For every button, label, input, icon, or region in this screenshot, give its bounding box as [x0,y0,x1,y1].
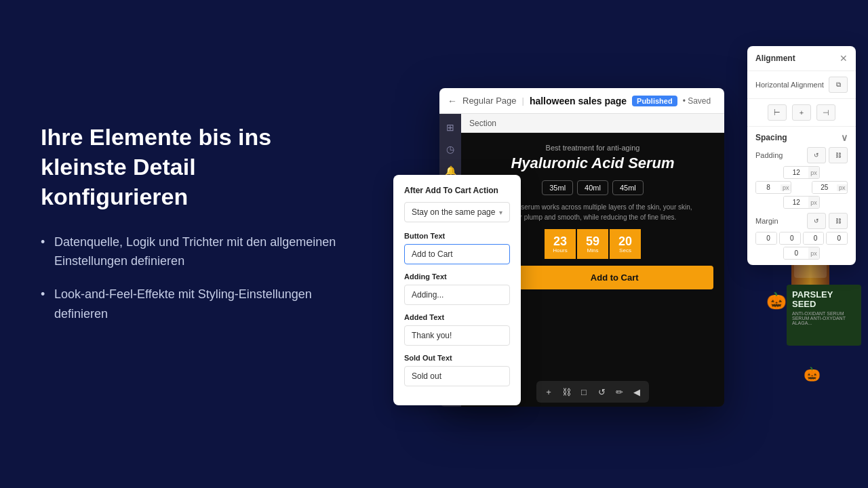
alignment-panel: Alignment ✕ Horizontal Alignment ⧉ ⊢ + ⊣… [747,46,856,265]
countdown-hours: 23 Hours [545,229,576,259]
margin-right-input-wrap: px [779,232,801,245]
sidebar-icon-clock[interactable]: ◷ [443,142,457,156]
parsley-card-content: PARSLEYSEED ANTI-OXIDANT SERUMSERUM ANTI… [787,285,861,331]
bullet-item-1: Datenquelle, Logik und Trichter mit den … [41,232,339,272]
margin-link-icon[interactable]: ⛓ [829,213,848,229]
padding-label: Padding [755,151,783,159]
main-heading: Ihre Elemente bis ins kleinste Detail ko… [41,122,339,212]
pumpkin-icon: 🎃 [766,291,787,310]
button-text-input[interactable] [404,244,510,264]
spacing-expand-icon[interactable]: ∨ [841,132,848,143]
parsley-title: PARSLEYSEED [792,290,856,310]
margin-left-input-wrap: px [826,232,848,245]
horizontal-copy-icon[interactable]: ⧉ [829,77,848,93]
padding-right-input-wrap: px [812,181,848,194]
countdown-secs: 20 Secs [610,229,641,259]
margin-bottom-input[interactable] [804,232,825,244]
published-badge: Published [632,96,677,106]
margin-reset-icon[interactable]: ↺ [807,213,826,229]
toolbar-back-btn[interactable]: ◀ [629,384,645,400]
size-45ml[interactable]: 45ml [612,180,644,195]
pumpkin-icon-2: 🎃 [804,366,821,382]
after-action-dropdown[interactable]: Stay on the same page ▾ [404,202,510,222]
margin-label: Margin [755,217,778,225]
back-arrow-icon[interactable]: ← [448,96,457,106]
align-right-button[interactable]: ⊣ [816,104,835,121]
added-text-input[interactable] [404,325,510,346]
page-title-label: halloween sales page [530,96,627,106]
toolbar-add-btn[interactable]: + [540,384,557,400]
alignment-title: Alignment [755,54,795,63]
margin-bottom-input-wrap: px [803,232,825,245]
spacing-header: Spacing ∨ [755,132,848,143]
margin-top-input[interactable] [756,232,777,244]
margin-extra-unit: px [808,247,819,259]
padding-left-input[interactable] [756,182,781,193]
countdown-mins: 59 Mins [577,229,608,259]
padding-row: Padding ↺ ⛓ [755,147,848,163]
size-40ml[interactable]: 40ml [577,180,608,195]
bullet-list: Datenquelle, Logik und Trichter mit den … [41,232,339,324]
size-35ml[interactable]: 35ml [542,180,573,195]
padding-right-input[interactable] [812,182,837,193]
padding-bottom-input-wrap: px [783,196,820,209]
margin-extra-input-wrap: px [783,247,820,260]
bullet-item-2: Look-and-Feel-Effekte mit Styling-Einste… [41,285,339,324]
chevron-down-icon: ▾ [499,209,502,216]
popup-title: After Add To Cart Action [404,186,510,195]
margin-left-input[interactable] [827,232,848,244]
toolbar-link-btn[interactable]: ⛓ [558,384,574,400]
product-subtitle: Best treatment for anti-aging [461,133,724,152]
editor-topbar: ← Regular Page | halloween sales page Pu… [439,88,724,114]
toolbar-copy-btn[interactable]: □ [576,384,592,400]
separator: | [522,96,524,106]
left-section: Ihre Elemente bis ins kleinste Detail ko… [41,122,339,338]
sold-out-label: Sold Out Text [404,354,510,362]
margin-header-row: Margin ↺ ⛓ [755,213,848,229]
margin-extra-input[interactable] [784,247,808,259]
spacing-label: Spacing [755,133,787,142]
saved-label: • Saved [683,96,711,106]
margin-fields: px px px px [755,232,848,245]
toolbar-refresh-btn[interactable]: ↺ [593,384,610,400]
section-label: Section [461,114,724,133]
spacing-section: Spacing ∨ Padding ↺ ⛓ px px [747,127,856,265]
padding-left-input-wrap: px [755,181,791,194]
padding-bottom-input[interactable] [784,197,808,208]
editor-toolbar-bar: + ⛓ □ ↺ ✏ ◀ [536,381,649,403]
page-name-label: Regular Page [462,96,517,106]
padding-top-unit: px [808,167,819,178]
sold-out-input[interactable] [404,366,510,386]
added-text-label: Added Text [404,313,510,321]
horizontal-alignment-label: Horizontal Alignment [755,81,824,89]
alignment-close-button[interactable]: ✕ [840,53,848,64]
section-text: Section [469,119,496,128]
horizontal-alignment-header: Horizontal Alignment ⧉ [747,71,856,99]
margin-right-input[interactable] [780,232,801,244]
adding-text-label: Adding Text [404,272,510,281]
align-left-button[interactable]: ⊢ [768,104,787,121]
padding-bottom-unit: px [808,197,819,208]
dropdown-value: Stay on the same page [412,207,495,217]
alignment-buttons-row: ⊢ + ⊣ [747,99,856,127]
padding-reset-icon[interactable]: ↺ [807,147,826,163]
padding-link-icon[interactable]: ⛓ [829,147,848,163]
margin-top-input-wrap: px [755,232,777,245]
align-center-button[interactable]: + [792,104,811,121]
popup-panel: After Add To Cart Action Stay on the sam… [393,175,521,405]
toolbar-edit-btn[interactable]: ✏ [611,384,627,400]
product-title: Hyaluronic Acid Serum [461,155,724,172]
alignment-header: Alignment ✕ [747,46,856,71]
padding-top-input[interactable] [784,167,808,178]
padding-left-unit: px [781,184,791,191]
parsley-card: PARSLEYSEED ANTI-OXIDANT SERUMSERUM ANTI… [787,285,861,346]
button-text-label: Button Text [404,232,510,240]
add-to-cart-button[interactable]: Add to Cart [515,266,713,289]
sidebar-icon-grid[interactable]: ⊞ [443,121,457,134]
padding-top-input-wrap: px [783,166,820,179]
adding-text-input[interactable] [404,285,510,305]
padding-right-unit: px [837,184,848,191]
parsley-subtitle: ANTI-OXIDANT SERUMSERUM ANTI-OXYDANT ALA… [792,311,856,325]
